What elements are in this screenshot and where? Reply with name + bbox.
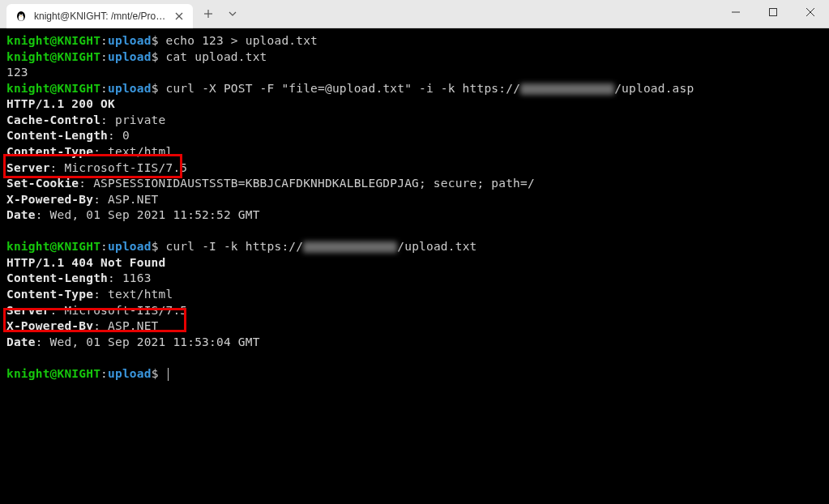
terminal-wrap: knight@KNIGHT:upload$ echo 123 > upload.… xyxy=(0,28,829,504)
close-button[interactable] xyxy=(792,0,829,24)
terminal[interactable]: knight@KNIGHT:upload$ echo 123 > upload.… xyxy=(0,28,829,504)
hdr-key: X-Powered-By xyxy=(6,319,93,332)
http-status: HTTP/1.1 404 Not Found xyxy=(6,256,165,269)
hdr-val: : ASP.NET xyxy=(93,319,158,332)
hdr-key: Content-Type xyxy=(6,145,93,158)
prompt-sep: : xyxy=(100,34,108,47)
svg-point-3 xyxy=(22,14,24,15)
prompt-symbol: $ xyxy=(152,82,159,95)
maximize-button[interactable] xyxy=(754,0,792,24)
prompt-path: upload xyxy=(108,240,152,253)
cmd-line: echo 123 > upload.txt xyxy=(166,34,318,47)
svg-point-1 xyxy=(19,15,24,21)
hdr-key: Date xyxy=(6,208,36,221)
cmd-line: cat upload.txt xyxy=(166,50,267,63)
minimize-button[interactable] xyxy=(717,0,754,24)
svg-rect-10 xyxy=(770,9,777,16)
svg-point-2 xyxy=(19,14,21,15)
prompt-sep: : xyxy=(100,367,108,380)
penguin-icon xyxy=(15,10,28,23)
prompt-userhost: knight@KNIGHT xyxy=(6,34,100,47)
hdr-val: : private xyxy=(100,113,165,126)
hdr-key: Server xyxy=(6,304,50,317)
prompt-symbol: $ xyxy=(152,34,159,47)
prompt-symbol: $ xyxy=(152,50,159,63)
cmd-line: /upload.asp xyxy=(614,82,694,95)
tab-title: knight@KNIGHT: /mnt/e/Projec xyxy=(34,11,167,22)
prompt-path: upload xyxy=(108,50,152,63)
hdr-val: : text/html xyxy=(93,288,173,301)
redacted-host: xxxxxxxxxxxxx xyxy=(520,83,614,95)
http-status: HTTP/1.1 200 OK xyxy=(6,97,115,110)
hdr-val: : Wed, 01 Sep 2021 11:53:04 GMT xyxy=(36,335,260,348)
new-tab-button[interactable] xyxy=(196,2,220,26)
prompt-userhost: knight@KNIGHT xyxy=(6,367,100,380)
prompt-userhost: knight@KNIGHT xyxy=(6,240,100,253)
hdr-val: : Microsoft-IIS/7.5 xyxy=(50,304,188,317)
titlebar: knight@KNIGHT: /mnt/e/Projec xyxy=(0,0,829,28)
prompt-sep: : xyxy=(100,82,108,95)
hdr-key: Content-Type xyxy=(6,288,93,301)
tab-active[interactable]: knight@KNIGHT: /mnt/e/Projec xyxy=(6,4,193,28)
cmd-line: curl -I -k https:// xyxy=(166,240,304,253)
hdr-key: Cache-Control xyxy=(6,113,100,126)
cursor xyxy=(168,368,169,381)
hdr-val: : Microsoft-IIS/7.5 xyxy=(50,161,188,174)
hdr-val: : 0 xyxy=(108,129,130,142)
tabs-area: knight@KNIGHT: /mnt/e/Projec xyxy=(0,0,245,28)
prompt-userhost: knight@KNIGHT xyxy=(6,82,100,95)
output-line: 123 xyxy=(6,66,28,79)
hdr-key: X-Powered-By xyxy=(6,193,93,206)
prompt-path: upload xyxy=(108,367,152,380)
hdr-key: Content-Length xyxy=(6,271,108,284)
hdr-val: : ASP.NET xyxy=(93,193,158,206)
prompt-userhost: knight@KNIGHT xyxy=(6,50,100,63)
chevron-down-icon[interactable] xyxy=(220,2,245,26)
prompt-path: upload xyxy=(108,82,152,95)
hdr-val: : text/html xyxy=(93,145,173,158)
prompt-sep: : xyxy=(100,240,108,253)
hdr-key: Server xyxy=(6,161,50,174)
cmd-line: curl -X POST -F "file=@upload.txt" -i -k… xyxy=(166,82,521,95)
redacted-host: xxxxxxxxxxxxx xyxy=(303,241,397,253)
hdr-val: : Wed, 01 Sep 2021 11:52:52 GMT xyxy=(36,208,260,221)
prompt-path: upload xyxy=(108,34,152,47)
close-icon[interactable] xyxy=(173,11,185,22)
hdr-val: : 1163 xyxy=(108,271,152,284)
cmd-line: /upload.txt xyxy=(397,240,476,253)
prompt-symbol: $ xyxy=(152,240,159,253)
window-controls xyxy=(717,0,829,28)
hdr-val: : ASPSESSIONIDAUSTSSTB=KBBJCAFDKNHDKALBL… xyxy=(79,177,535,190)
prompt-symbol: $ xyxy=(152,367,159,380)
hdr-key: Content-Length xyxy=(6,129,108,142)
prompt-sep: : xyxy=(100,50,108,63)
hdr-key: Set-Cookie xyxy=(6,177,79,190)
hdr-key: Date xyxy=(6,335,36,348)
